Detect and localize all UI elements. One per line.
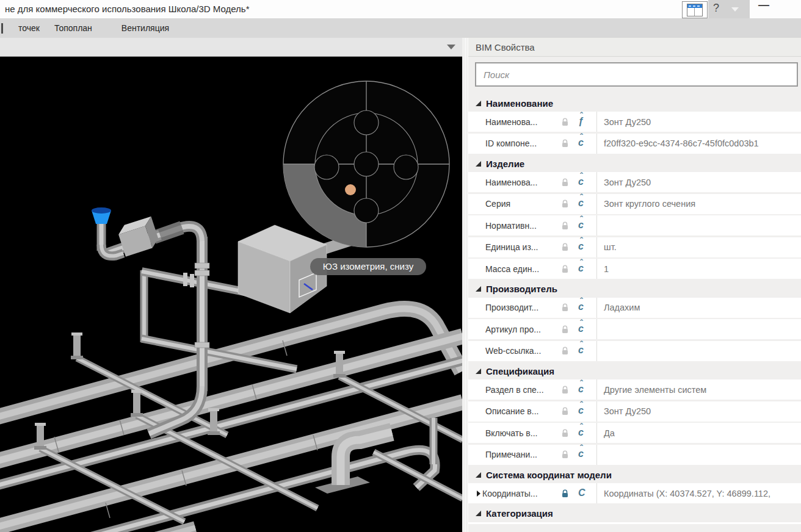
property-value[interactable]: f20ff320-e9cc-4374-86c7-45f0fc0d03b1	[597, 134, 801, 154]
property-row[interactable]: Артикул про...ˆc	[468, 319, 801, 339]
property-row[interactable]: Описание в...ˆcЗонт Ду250	[468, 401, 801, 422]
value-type-icon: ˆc	[578, 264, 589, 274]
value-type-icon: ˆc	[578, 303, 589, 312]
lock-icon[interactable]	[561, 325, 570, 334]
property-value[interactable]: Зонт Ду250	[597, 112, 801, 132]
lock-icon[interactable]	[561, 221, 570, 230]
help-button[interactable]: ?	[713, 2, 719, 15]
viewport-toolbar	[0, 38, 462, 57]
lock-icon[interactable]	[561, 265, 570, 273]
value-type-icon: ˆc	[578, 406, 589, 416]
property-group-header[interactable]: Система координат модели	[468, 466, 801, 483]
title-bar: не для коммерческого использования Школа…	[0, 0, 801, 18]
tab-ventilation[interactable]: Вентиляция	[121, 23, 169, 33]
property-row[interactable]: СерияˆcЗонт круглого сечения	[468, 194, 801, 214]
property-group-label: Наименование	[486, 98, 553, 109]
collapse-triangle-icon	[476, 368, 481, 374]
property-group-header[interactable]: Наименование	[468, 95, 801, 112]
property-row[interactable]: Координаты...CКоординаты (X: 40374.527, …	[468, 483, 801, 503]
lock-icon[interactable]	[561, 178, 570, 187]
tab-tochek[interactable]: точек	[18, 23, 40, 33]
property-value[interactable]: шт.	[597, 237, 801, 257]
property-value[interactable]	[597, 445, 801, 465]
search-input[interactable]	[475, 62, 798, 87]
property-value[interactable]: Да	[597, 423, 801, 443]
panel-header: BIM Свойства	[468, 38, 801, 57]
collapse-triangle-icon	[476, 511, 481, 516]
property-group-label: Спецификация	[486, 366, 554, 376]
collapse-triangle-icon	[476, 286, 481, 292]
lock-icon[interactable]	[561, 429, 570, 437]
dropdown-caret-icon[interactable]	[731, 7, 739, 12]
tab-topoplan[interactable]: Топоплан	[54, 23, 92, 33]
property-row[interactable]: Масса един...ˆc1	[468, 259, 801, 279]
property-row[interactable]: Нормативн...ˆc	[468, 215, 801, 235]
value-type-icon: ˆc	[578, 199, 589, 209]
property-row[interactable]: Наименова...ˆcЗонт Ду250	[468, 172, 801, 192]
panel-title: BIM Свойства	[476, 42, 535, 52]
property-value[interactable]	[597, 319, 801, 339]
3d-viewport[interactable]: ЮЗ изометрия, снизу	[0, 57, 462, 532]
lock-icon[interactable]	[561, 139, 570, 148]
view-compass[interactable]	[283, 81, 449, 247]
property-row[interactable]: Web-ссылка...ˆc	[468, 341, 801, 361]
panel-splitter[interactable]	[462, 38, 468, 532]
property-row[interactable]: Единица из...ˆcшт.	[468, 237, 801, 257]
property-row[interactable]: Примечани...ˆc	[468, 445, 801, 465]
viewport-dropdown-icon[interactable]	[447, 45, 455, 49]
lock-icon[interactable]	[561, 489, 570, 498]
property-group-label: Изделие	[486, 159, 524, 169]
value-type-icon: ˆc	[578, 221, 589, 231]
value-type-icon: ˆc	[578, 178, 589, 187]
lock-icon[interactable]	[561, 450, 570, 459]
property-row-partial	[468, 522, 801, 524]
property-value[interactable]: Координаты (X: 40374.527, Y: 46899.112,	[597, 483, 801, 503]
property-row[interactable]: Наименова...ˆƒЗонт Ду250	[468, 112, 801, 132]
value-type-icon: ˆc	[578, 325, 589, 334]
property-row[interactable]: Включать в...ˆcДа	[468, 423, 801, 443]
property-value[interactable]: Зонт Ду250	[597, 401, 801, 422]
tab-fragment	[1, 23, 3, 34]
collapse-triangle-icon	[476, 472, 481, 478]
expander-arrow-icon[interactable]	[477, 491, 480, 497]
property-label: Артикул про...	[485, 325, 561, 334]
compass-orientation-dot	[345, 184, 356, 195]
property-value[interactable]	[597, 341, 801, 361]
property-row[interactable]: ID компоне...ˆcf20ff320-e9cc-4374-86c7-4…	[468, 134, 801, 154]
collapse-triangle-icon	[476, 101, 481, 106]
property-row[interactable]: Производит...ˆcЛадахим	[468, 298, 801, 318]
property-label: Масса един...	[485, 264, 561, 274]
property-value[interactable]: Зонт Ду250	[597, 172, 801, 192]
property-value[interactable]	[597, 215, 801, 235]
collapse-triangle-icon	[476, 161, 481, 167]
window-layout-icon	[687, 4, 703, 16]
value-type-icon: C	[578, 489, 589, 498]
property-value[interactable]: Зонт круглого сечения	[597, 194, 801, 214]
lock-icon[interactable]	[561, 200, 570, 208]
property-group-header[interactable]: Производитель	[468, 281, 801, 298]
property-grid: НаименованиеНаименова...ˆƒЗонт Ду250ID к…	[468, 95, 801, 524]
lock-icon[interactable]	[561, 243, 570, 251]
3d-scene: ЮЗ изометрия, снизу	[0, 57, 462, 532]
property-label: Производит...	[485, 303, 561, 312]
lock-icon[interactable]	[561, 303, 570, 312]
property-group-header[interactable]: Изделие	[468, 155, 801, 172]
layout-button[interactable]	[682, 1, 708, 18]
tab-bar: точек Топоплан Вентиляция	[0, 18, 801, 38]
value-type-icon: ˆc	[578, 346, 589, 356]
value-type-icon: ˆc	[578, 138, 589, 148]
lock-icon[interactable]	[561, 347, 570, 355]
compass-node-left	[314, 155, 339, 179]
property-value[interactable]: 1	[597, 259, 801, 279]
lock-icon[interactable]	[561, 118, 570, 126]
value-type-icon: ˆƒ	[578, 117, 589, 127]
lock-icon[interactable]	[561, 386, 570, 394]
property-value[interactable]: Другие элементы систем	[597, 379, 801, 400]
property-row[interactable]: Раздел в спе...ˆcДругие элементы систем	[468, 379, 801, 400]
minimize-button[interactable]: —	[758, 0, 769, 12]
property-group-header[interactable]: Категоризация	[468, 505, 801, 522]
lock-icon[interactable]	[561, 407, 570, 415]
value-type-icon: ˆc	[578, 242, 589, 252]
property-value[interactable]: Ладахим	[597, 298, 801, 318]
property-group-header[interactable]: Спецификация	[468, 362, 801, 379]
